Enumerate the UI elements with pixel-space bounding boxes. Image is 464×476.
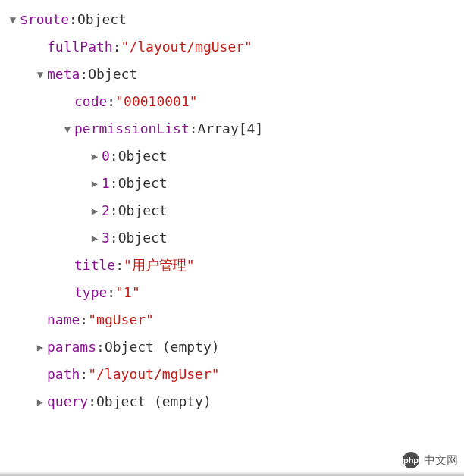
property-key: meta xyxy=(47,61,80,88)
property-key: permissionList xyxy=(74,115,190,142)
property-value-type: Object xyxy=(118,197,168,224)
arrow-right-icon[interactable]: ▶ xyxy=(88,227,102,249)
property-value-type: Object (empty) xyxy=(105,334,220,361)
colon: : xyxy=(107,279,115,306)
tree-row[interactable]: ▼ permissionList: Array[4] xyxy=(3,115,461,142)
property-key: 3 xyxy=(102,224,110,252)
property-key: $route xyxy=(20,6,69,33)
property-key: query xyxy=(47,388,88,415)
object-tree: ▼ $route: Object▶ fullPath: "/layout/mgU… xyxy=(3,6,461,415)
arrow-right-icon[interactable]: ▶ xyxy=(33,337,47,358)
property-key: title xyxy=(74,252,115,279)
property-key: 1 xyxy=(102,170,110,197)
property-value-string: "用户管理" xyxy=(124,252,195,279)
arrow-down-icon[interactable]: ▼ xyxy=(6,9,20,30)
colon: : xyxy=(107,88,115,115)
property-key: name xyxy=(47,306,80,334)
property-key: type xyxy=(74,279,107,306)
property-key: 2 xyxy=(102,197,110,224)
colon: : xyxy=(69,6,77,33)
property-value-type: Object xyxy=(88,61,137,88)
colon: : xyxy=(88,388,96,415)
property-value-type: Object (empty) xyxy=(96,388,212,415)
property-value-string: "/layout/mgUser" xyxy=(121,33,252,61)
tree-row[interactable]: ▶ fullPath: "/layout/mgUser" xyxy=(3,33,461,61)
arrow-right-icon[interactable]: ▶ xyxy=(88,200,102,221)
property-key: 0 xyxy=(102,142,110,170)
tree-row[interactable]: ▶ name: "mgUser" xyxy=(3,306,461,334)
colon: : xyxy=(96,334,105,361)
colon: : xyxy=(110,224,118,252)
property-value-type: Object xyxy=(77,6,127,33)
tree-row[interactable]: ▶ title: "用户管理" xyxy=(3,252,461,279)
property-key: path xyxy=(47,361,80,388)
colon: : xyxy=(80,306,88,334)
property-key: params xyxy=(47,334,96,361)
tree-row[interactable]: ▶ params: Object (empty) xyxy=(3,334,461,361)
arrow-right-icon[interactable]: ▶ xyxy=(88,146,102,167)
watermark: php 中文网 xyxy=(403,449,458,471)
property-value-string: "1" xyxy=(115,279,140,306)
tree-row[interactable]: ▶ 1: Object xyxy=(3,170,461,197)
colon: : xyxy=(80,361,88,388)
property-key: code xyxy=(74,88,107,115)
colon: : xyxy=(110,197,118,224)
property-value-type: Array[4] xyxy=(198,115,264,142)
property-value-type: Object xyxy=(118,224,168,252)
bottom-shadow xyxy=(0,471,464,476)
colon: : xyxy=(113,33,121,61)
tree-row[interactable]: ▼ $route: Object xyxy=(3,6,461,33)
arrow-right-icon[interactable]: ▶ xyxy=(33,391,47,412)
tree-row[interactable]: ▼ meta: Object xyxy=(3,61,461,88)
tree-row[interactable]: ▶ 0: Object xyxy=(3,142,461,170)
colon: : xyxy=(110,170,118,197)
colon: : xyxy=(110,142,118,170)
property-value-string: "00010001" xyxy=(115,88,197,115)
tree-row[interactable]: ▶ type: "1" xyxy=(3,279,461,306)
tree-row[interactable]: ▶ 2: Object xyxy=(3,197,461,224)
watermark-text: 中文网 xyxy=(424,449,458,471)
arrow-right-icon[interactable]: ▶ xyxy=(88,173,102,194)
colon: : xyxy=(115,252,124,279)
property-value-string: "mgUser" xyxy=(88,306,154,334)
arrow-down-icon[interactable]: ▼ xyxy=(33,64,47,85)
property-value-type: Object xyxy=(118,142,168,170)
tree-row[interactable]: ▶ 3: Object xyxy=(3,224,461,252)
tree-row[interactable]: ▶ path: "/layout/mgUser" xyxy=(3,361,461,388)
tree-row[interactable]: ▶ query: Object (empty) xyxy=(3,388,461,415)
property-value-type: Object xyxy=(118,170,168,197)
colon: : xyxy=(190,115,198,142)
watermark-logo: php xyxy=(403,452,419,468)
property-key: fullPath xyxy=(47,33,113,61)
tree-row[interactable]: ▶ code: "00010001" xyxy=(3,88,461,115)
arrow-down-icon[interactable]: ▼ xyxy=(61,118,74,139)
colon: : xyxy=(80,61,88,88)
property-value-string: "/layout/mgUser" xyxy=(88,361,219,388)
